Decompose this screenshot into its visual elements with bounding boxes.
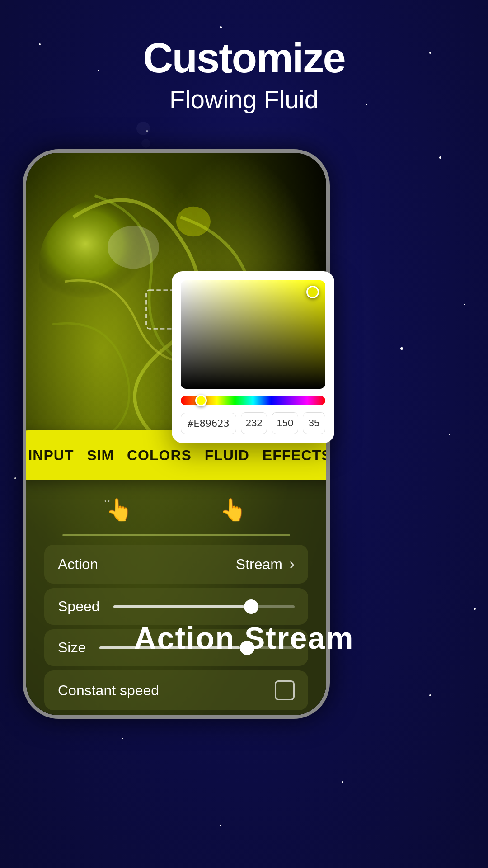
tab-input[interactable]: INPUT [28,447,74,464]
color-values-row: #E89623 232 150 35 [181,412,325,434]
g-value[interactable]: 150 [272,412,298,434]
color-picker-panel: #E89623 232 150 35 [172,271,334,443]
rainbow-slider[interactable] [181,396,325,405]
svg-text:↔: ↔ [103,495,112,505]
tab-colors[interactable]: COLORS [127,447,192,464]
header: Customize Flowing Fluid [0,0,488,114]
action-label: Action [58,556,98,573]
svg-point-3 [176,207,211,236]
b-value[interactable]: 35 [303,412,325,434]
constant-speed-row[interactable]: Constant speed [44,670,308,710]
constant-speed-checkbox[interactable] [275,680,295,700]
gesture-row: 👆 ↔ 👆 [35,485,317,534]
hex-value[interactable]: #E89623 [181,413,236,434]
speed-thumb[interactable] [244,599,258,614]
rainbow-thumb[interactable] [195,395,207,406]
tab-fluid[interactable]: FLUID [205,447,249,464]
gesture-tap-icon: 👆 [217,494,249,525]
action-stream-section: Action Stream [41,620,447,656]
action-right: Stream › [236,555,295,574]
action-row[interactable]: Action Stream › [44,545,308,584]
r-value[interactable]: 232 [241,412,267,434]
page-subtitle: Flowing Fluid [0,85,488,114]
action-value: Stream [236,556,282,573]
action-stream-label: Action Stream [41,620,447,656]
speed-slider[interactable] [113,605,295,608]
bubble-decoration [141,139,150,148]
gesture-drag-icon: 👆 ↔ [103,494,135,525]
svg-point-2 [108,226,159,269]
speed-row[interactable]: Speed [44,588,308,625]
chevron-right-icon[interactable]: › [289,555,295,574]
auto-sources-row[interactable]: Auto sources [44,715,308,715]
section-divider [62,534,290,536]
controls-area: 👆 ↔ 👆 Action Strea [26,476,326,715]
color-gradient-box[interactable] [181,280,325,389]
tab-effects[interactable]: EFFECTS [263,447,326,464]
constant-speed-label: Constant speed [58,682,159,699]
page-title: Customize [0,36,488,80]
tab-sim[interactable]: SIM [87,447,114,464]
color-picker-thumb[interactable] [306,286,319,298]
speed-label: Speed [58,598,100,615]
bubble-decoration [136,122,150,135]
speed-fill [113,605,244,608]
svg-text:👆: 👆 [220,497,247,523]
speed-track [113,605,295,608]
